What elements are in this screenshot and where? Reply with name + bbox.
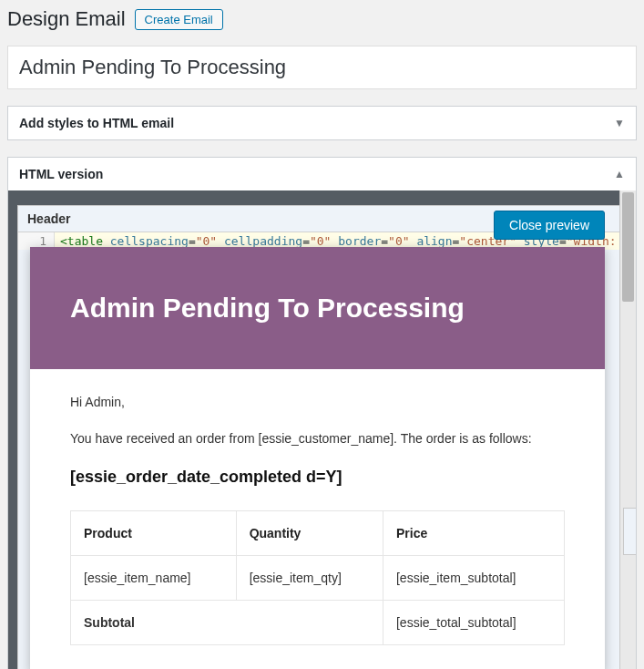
table-subtotal-row: Subtotal [essie_total_subtotal] xyxy=(71,601,565,645)
preview-intro: You have received an order from [essie_c… xyxy=(70,431,565,446)
close-preview-button[interactable]: Close preview xyxy=(494,211,605,240)
email-title-input[interactable] xyxy=(8,46,636,88)
panel-html-version-title: HTML version xyxy=(19,167,103,181)
panel-add-styles-title: Add styles to HTML email xyxy=(19,116,174,130)
email-preview: Admin Pending To Processing Hi Admin, Yo… xyxy=(30,247,605,669)
preview-greeting: Hi Admin, xyxy=(70,395,565,409)
td-subtotal-label: Subtotal xyxy=(71,601,383,645)
preview-table: Product Quantity Price [essie_item_name]… xyxy=(70,510,565,645)
panel-html-version-header[interactable]: HTML version ▲ xyxy=(8,158,636,190)
scrollbar-thumb[interactable] xyxy=(622,192,634,302)
create-email-button[interactable]: Create Email xyxy=(135,9,223,30)
code-section-stub xyxy=(623,508,636,555)
preview-heading: [essie_order_date_completed d=Y] xyxy=(70,468,565,487)
td-product: [essie_item_name] xyxy=(71,556,237,601)
page-title: Design Email xyxy=(7,7,126,31)
panel-html-version-body: Header 1 <table cellspacing="0" cellpadd… xyxy=(8,190,636,669)
td-quantity: [essie_item_qty] xyxy=(236,556,383,601)
chevron-up-icon: ▲ xyxy=(614,168,625,180)
scrollbar-vertical[interactable] xyxy=(619,190,636,669)
chevron-down-icon: ▼ xyxy=(614,117,625,129)
table-header-row: Product Quantity Price xyxy=(71,511,565,556)
th-product: Product xyxy=(71,511,237,556)
th-quantity: Quantity xyxy=(236,511,383,556)
td-price: [essie_item_subtotal] xyxy=(383,556,564,601)
td-subtotal-value: [essie_total_subtotal] xyxy=(383,601,564,645)
table-row: [essie_item_name] [essie_item_qty] [essi… xyxy=(71,556,565,601)
th-price: Price xyxy=(383,511,564,556)
preview-banner: Admin Pending To Processing xyxy=(30,247,605,369)
panel-add-styles-header[interactable]: Add styles to HTML email ▼ xyxy=(8,107,636,139)
